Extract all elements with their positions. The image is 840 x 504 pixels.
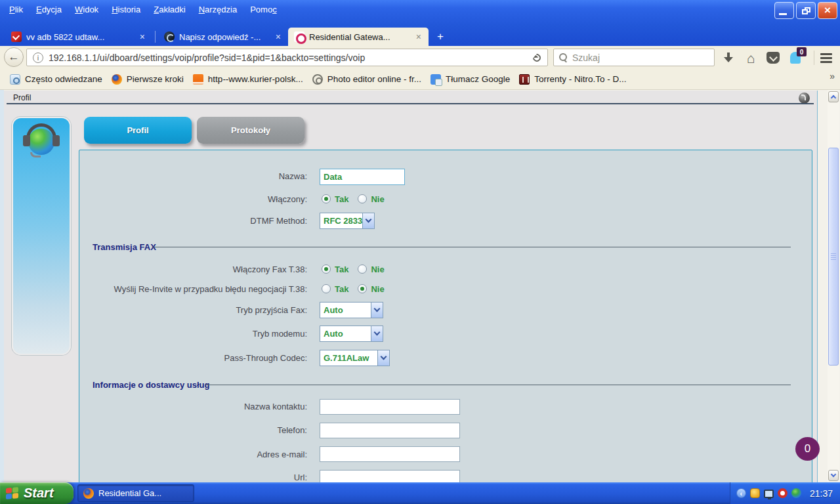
ghostery-button[interactable]: 0: [787, 50, 804, 66]
tab3-close-icon[interactable]: ×: [415, 32, 423, 42]
tab3-title: Residential Gatewa...: [309, 32, 410, 42]
firefox-icon: [83, 488, 94, 499]
enabled-yes-radio[interactable]: [322, 194, 331, 203]
voip-sidebar: [12, 117, 71, 355]
site-info-icon[interactable]: i: [33, 52, 43, 63]
fax-section-title: Transmisja FAX: [93, 242, 156, 252]
tab-2[interactable]: Napisz odpowiedź -... ×: [158, 28, 288, 46]
menu-narzedzia[interactable]: Narzędzia: [192, 1, 244, 18]
tab-1[interactable]: vv adb 5822 udtaw... ×: [5, 28, 152, 46]
scroll-down-button[interactable]: [828, 470, 839, 481]
fax-enabled-radio-group: Tak Nie: [322, 264, 394, 274]
reinvite-yes-radio[interactable]: [322, 284, 331, 293]
home-button[interactable]: ⌂: [742, 50, 759, 66]
tab2-close-icon[interactable]: ×: [274, 32, 282, 42]
restore-icon: [802, 7, 810, 14]
enabled-no-radio[interactable]: [358, 194, 367, 203]
system-tray: ‹ 21:37: [730, 482, 840, 504]
bookmark-translate[interactable]: Tłumacz Google: [426, 74, 514, 85]
bookmark-torrents[interactable]: Torrenty - Nitro.To - D...: [514, 74, 631, 85]
fax-yes-radio[interactable]: [322, 264, 331, 274]
bookmark-frequent[interactable]: Często odwiedzane: [5, 74, 107, 85]
contact-input[interactable]: [320, 399, 460, 415]
tab-strip: vv adb 5822 udtaw... × Napisz odpowiedź …: [5, 28, 840, 46]
pocket-button[interactable]: [765, 50, 782, 66]
menu-plik[interactable]: Plik: [3, 1, 30, 18]
bookmark-first-steps[interactable]: Pierwsze kroki: [107, 74, 188, 85]
url-bar[interactable]: i: [26, 49, 548, 66]
chevron-down-icon: [374, 306, 381, 312]
phone-input[interactable]: [320, 423, 460, 438]
tab-3-active[interactable]: Residential Gatewa... ×: [288, 28, 429, 46]
tab1-close-icon[interactable]: ×: [138, 32, 146, 42]
bookmark-kurier[interactable]: http--www.kurier-polsk...: [188, 74, 308, 85]
bookmarks-overflow-chevron[interactable]: »: [830, 71, 835, 81]
scrollbar-thumb[interactable]: [828, 148, 839, 366]
name-input[interactable]: [320, 169, 405, 185]
enabled-yes-label: Tak: [335, 194, 348, 204]
menu-zakladki[interactable]: Zakładki: [147, 1, 192, 18]
reload-button[interactable]: [526, 49, 547, 66]
tab-profile[interactable]: Profil: [84, 117, 192, 144]
modem-mode-select[interactable]: Auto: [320, 326, 383, 342]
bookmark-photo-editor[interactable]: Photo editor online - fr...: [308, 74, 426, 85]
messenger-tray-icon[interactable]: [750, 488, 760, 498]
notification-badge[interactable]: 0: [795, 437, 820, 461]
tab2-title: Napisz odpowiedź -...: [179, 32, 270, 42]
network-globe-tray-icon[interactable]: [791, 488, 801, 498]
scroll-up-button[interactable]: [828, 91, 839, 102]
dtmf-dropdown-arrow[interactable]: [362, 213, 374, 228]
url-input[interactable]: [49, 52, 526, 63]
search-bar[interactable]: [553, 49, 715, 66]
tray-collapse-button[interactable]: ‹: [736, 488, 746, 498]
modem-mode-dropdown-arrow[interactable]: [371, 326, 383, 341]
reinvite-yes-label: Tak: [335, 284, 348, 294]
minimize-icon: [779, 13, 787, 15]
url-field-input[interactable]: [320, 470, 460, 482]
fax-no-radio[interactable]: [358, 264, 367, 274]
menu-pomoc[interactable]: Pomoc: [243, 1, 283, 18]
start-button[interactable]: Start: [0, 482, 74, 504]
phone-label: Telefon:: [79, 425, 307, 435]
fax-yes-label: Tak: [335, 264, 348, 274]
menu-edycja[interactable]: Edycja: [30, 1, 68, 18]
frequent-folder-icon: [10, 74, 20, 85]
email-input[interactable]: [320, 446, 460, 462]
reload-icon: [532, 52, 543, 63]
codec-select[interactable]: G.711ALaw: [320, 350, 390, 366]
back-button[interactable]: ←: [4, 47, 24, 67]
close-button[interactable]: ×: [818, 2, 837, 19]
reinvite-no-radio[interactable]: [358, 284, 367, 293]
taskbar-clock: 21:37: [810, 488, 833, 499]
wheel-icon: [312, 74, 323, 85]
page-scrollbar[interactable]: [828, 90, 839, 482]
taskbar-window-label: Residential Ga...: [98, 488, 161, 498]
menu-widok[interactable]: Widok: [68, 1, 105, 18]
contact-label: Nazwa kontaktu:: [79, 402, 307, 411]
provider-section-line: [205, 385, 791, 385]
modem-mode-label: Tryb modemu:: [79, 329, 307, 339]
fax-mode-dropdown-arrow[interactable]: [371, 303, 383, 318]
restore-button[interactable]: [796, 2, 816, 19]
help-icon[interactable]: [799, 93, 810, 104]
fax-mode-select[interactable]: Auto: [320, 302, 383, 318]
app-tray-icon[interactable]: [778, 488, 788, 498]
chevron-down-icon: [381, 354, 387, 360]
search-input[interactable]: [572, 52, 709, 63]
reinvite-radio-group: Tak Nie: [322, 284, 394, 294]
tab1-title: vv adb 5822 udtaw...: [26, 32, 134, 42]
enabled-radio-group: Tak Nie: [322, 194, 394, 204]
reinvite-label: Wyślij Re-Invite w przypadku błędu negoc…: [79, 284, 307, 294]
dtmf-select[interactable]: RFC 2833: [320, 213, 375, 229]
downloads-button[interactable]: [720, 50, 737, 66]
menu-historia[interactable]: Historia: [105, 1, 147, 18]
fax-enabled-label: Włączony Fax T.38:: [79, 264, 307, 274]
taskbar-window-button[interactable]: Residential Ga...: [77, 484, 194, 502]
new-tab-button[interactable]: +: [429, 28, 452, 46]
translate-icon: [430, 74, 441, 85]
tab-protocols[interactable]: Protokoły: [197, 117, 304, 144]
codec-dropdown-arrow[interactable]: [377, 350, 389, 366]
minimize-button[interactable]: [774, 2, 794, 19]
menu-button[interactable]: [818, 50, 835, 66]
display-tray-icon[interactable]: [764, 490, 774, 498]
